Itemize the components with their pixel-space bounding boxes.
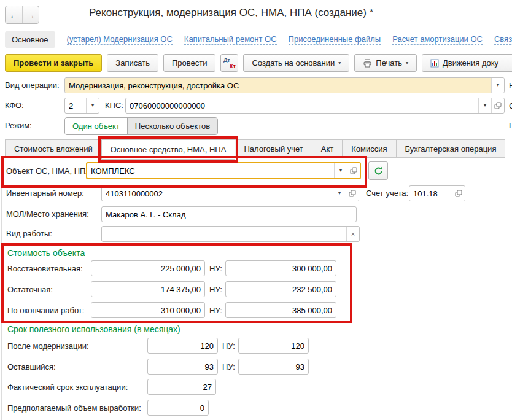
history-nav-group: ← → bbox=[5, 6, 39, 24]
after-work-cost-nu-field bbox=[225, 302, 336, 318]
forward-arrow-icon: → bbox=[26, 10, 36, 20]
dtkt-postings-button[interactable]: ДтКт bbox=[220, 54, 238, 72]
clipped-label-2: С bbox=[509, 101, 512, 111]
clipped-label-3: П bbox=[509, 121, 512, 130]
dtkt-icon: ДтКт bbox=[223, 57, 236, 69]
remaining-nu-input[interactable] bbox=[239, 359, 308, 374]
nav-link-depreciation-calc[interactable]: Расчет амортизации ОС bbox=[392, 34, 483, 45]
operation-type-dropdown-button[interactable]: ▾ bbox=[491, 78, 504, 93]
after-work-cost-input[interactable] bbox=[91, 303, 204, 317]
actual-service-life-label: Фактический срок эксплуатации: bbox=[7, 383, 128, 392]
account-input[interactable] bbox=[409, 186, 452, 201]
after-work-cost-field bbox=[91, 302, 205, 318]
inventory-open-button[interactable] bbox=[346, 186, 359, 201]
clear-icon: × bbox=[351, 230, 355, 238]
actual-service-life-input[interactable] bbox=[148, 379, 215, 394]
post-and-close-button[interactable]: Провести и закрыть bbox=[5, 54, 102, 72]
mode-multiple-objects[interactable]: Несколько объектов bbox=[128, 118, 217, 134]
chevron-down-icon: ▾ bbox=[406, 61, 408, 66]
tab-fixed-asset[interactable]: Основное средство, НМА, НПА bbox=[101, 139, 236, 160]
chevron-down-icon: ▾ bbox=[338, 191, 341, 196]
kps-dropdown-button[interactable]: ▾ bbox=[478, 98, 491, 113]
nav-link-related[interactable]: Связанн bbox=[494, 34, 512, 45]
document-movements-icon bbox=[430, 59, 439, 68]
cost-section-title: Стоимость объекта bbox=[7, 248, 85, 258]
object-open-button[interactable] bbox=[347, 163, 360, 178]
operation-type-input[interactable] bbox=[65, 78, 491, 93]
post-button[interactable]: Провести bbox=[163, 54, 216, 72]
nav-tab-main[interactable]: Основное bbox=[5, 31, 55, 48]
mode-toggle: Один объект Несколько объектов bbox=[64, 117, 218, 135]
chevron-down-icon: ▾ bbox=[91, 103, 94, 108]
document-movements-label: Движения доку bbox=[443, 58, 498, 68]
restoration-cost-nu-field bbox=[225, 260, 336, 276]
document-movements-button[interactable]: Движения доку bbox=[422, 54, 512, 72]
create-based-on-button[interactable]: Создать на основании ▾ bbox=[243, 54, 349, 72]
tab-accounting-operation[interactable]: Бухгалтерская операция bbox=[396, 139, 506, 158]
chevron-down-icon: ▾ bbox=[338, 61, 341, 66]
inventory-number-input[interactable] bbox=[102, 186, 333, 201]
panel-splitter[interactable] bbox=[506, 77, 506, 182]
after-work-cost-label: По окончании работ: bbox=[7, 306, 84, 315]
forward-button[interactable]: → bbox=[22, 6, 39, 23]
residual-cost-nu-input[interactable] bbox=[226, 282, 336, 297]
create-based-on-label: Создать на основании bbox=[252, 58, 335, 68]
toolbar: Провести и закрыть Записать Провести ДтК… bbox=[5, 54, 512, 72]
panel-left-border bbox=[1, 158, 2, 420]
nu-label: НУ: bbox=[209, 264, 222, 273]
inventory-number-label: Инвентарный номер: bbox=[6, 189, 84, 198]
object-input[interactable] bbox=[87, 163, 334, 178]
nu-label: НУ: bbox=[209, 285, 222, 294]
save-button[interactable]: Записать bbox=[107, 54, 158, 72]
printer-icon bbox=[363, 59, 372, 68]
open-icon bbox=[350, 167, 357, 174]
expected-output-label: Предполагаемый объем выработки: bbox=[7, 403, 141, 413]
chevron-down-icon: ▾ bbox=[497, 83, 499, 88]
expected-output-input[interactable] bbox=[148, 400, 208, 415]
nav-link-obsolete-modernization[interactable]: (устарел) Модернизация ОС bbox=[67, 34, 173, 45]
account-open-button[interactable] bbox=[452, 186, 465, 201]
tab-investment-cost[interactable]: Стоимость вложений bbox=[5, 139, 101, 158]
nav-link-capital-repair[interactable]: Капитальный ремонт ОС bbox=[184, 34, 277, 45]
back-button[interactable]: ← bbox=[6, 6, 22, 23]
nu-label: НУ: bbox=[222, 341, 235, 351]
refresh-button[interactable] bbox=[368, 161, 388, 180]
print-button[interactable]: Печать ▾ bbox=[354, 54, 417, 72]
mode-single-object[interactable]: Один объект bbox=[65, 118, 128, 134]
after-work-cost-nu-input[interactable] bbox=[226, 303, 336, 317]
page-title: Реконструкция, модернизация ОС, НМА, НПА… bbox=[89, 7, 373, 19]
after-modernization-nu-input[interactable] bbox=[239, 338, 308, 353]
remaining-input[interactable] bbox=[148, 359, 217, 374]
restoration-cost-nu-input[interactable] bbox=[226, 261, 336, 276]
after-modernization-input[interactable] bbox=[148, 338, 217, 353]
nu-label: НУ: bbox=[222, 362, 235, 371]
print-label: Печать bbox=[376, 58, 402, 68]
kps-open-button[interactable] bbox=[491, 98, 504, 113]
mol-field bbox=[101, 206, 357, 222]
kfo-dropdown-button[interactable]: ▾ bbox=[86, 98, 99, 113]
kfo-input[interactable] bbox=[65, 98, 86, 113]
object-dropdown-button[interactable]: ▾ bbox=[334, 163, 347, 178]
restoration-cost-field bbox=[91, 260, 205, 276]
tab-commission[interactable]: Комиссия bbox=[342, 139, 395, 158]
section-nav: Основное (устарел) Модернизация ОС Капит… bbox=[5, 31, 512, 48]
mol-label: МОЛ/Место хранения: bbox=[6, 209, 89, 219]
account-label: Счет учета: bbox=[366, 189, 408, 198]
residual-cost-label: Остаточная: bbox=[7, 285, 53, 294]
residual-cost-input[interactable] bbox=[91, 282, 204, 297]
tab-tax-accounting[interactable]: Налоговый учет bbox=[235, 139, 311, 158]
work-type-label: Вид работы: bbox=[6, 229, 52, 238]
mode-label: Режим: bbox=[5, 121, 32, 130]
work-type-input[interactable] bbox=[102, 227, 346, 241]
work-type-clear-button[interactable]: × bbox=[346, 227, 359, 241]
nav-link-attached-files[interactable]: Присоединенные файлы bbox=[289, 34, 381, 45]
inventory-dropdown-button[interactable]: ▾ bbox=[333, 186, 346, 201]
remaining-label: Оставшийся: bbox=[7, 362, 56, 371]
tab-act[interactable]: Акт bbox=[312, 139, 342, 158]
clipped-label-number: Н bbox=[509, 81, 512, 90]
mol-input[interactable] bbox=[102, 207, 356, 222]
restoration-cost-input[interactable] bbox=[91, 261, 204, 276]
back-arrow-icon: ← bbox=[9, 10, 18, 20]
chevron-down-icon: ▾ bbox=[484, 103, 486, 108]
kps-input[interactable] bbox=[126, 98, 478, 113]
